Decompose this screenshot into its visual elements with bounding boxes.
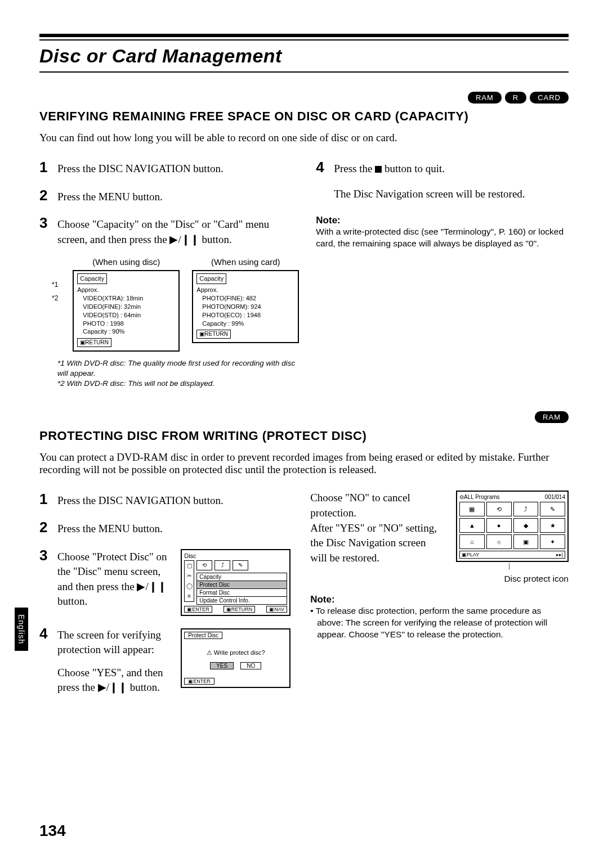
step-number: 4 [316, 159, 328, 176]
step4-pre: Press the [334, 163, 375, 174]
menu-item: Format Disc [196, 589, 287, 597]
section1-intro: You can find out how long you will be ab… [39, 132, 569, 144]
menu-icon: ⤴ [214, 560, 230, 570]
s2-step1: Press the DISC NAVIGATION button. [57, 493, 223, 509]
note2-body: • To release disc protection, perform th… [310, 605, 569, 641]
protect-confirm-diagram: Protect Disc ⚠ Write protect disc? YES N… [181, 628, 290, 688]
thumb-cell: ⟲ [486, 502, 512, 516]
diag-line: PHOTO : 1998 [83, 320, 175, 328]
thumb-bot-left: ▣PLAY [462, 552, 479, 557]
thumb-cell: ● [486, 518, 512, 533]
diag-line: VIDEO(STD) : 64min [83, 311, 175, 320]
menu-icon: ⟲ [196, 560, 212, 570]
step-number: 1 [39, 491, 52, 508]
diag-line: VIDEO(XTRA): 18min [83, 294, 175, 303]
section1-heading: VERIFYING REMAINING FREE SPACE ON DISC O… [39, 109, 569, 124]
media-badge-row-2: RAM [39, 411, 569, 423]
s2-step4a: The screen for verifying protection will… [57, 628, 173, 658]
enter-hint: ▣ENTER [184, 678, 214, 685]
thumb-caption: Disc protect icon [450, 574, 569, 584]
restored-text: The Disc Navigation screen will be resto… [334, 187, 569, 202]
thumb-cell: ◆ [513, 518, 539, 533]
diag-line: PHOTO(ECO) : 1948 [202, 311, 294, 320]
note2-heading: Note: [310, 594, 569, 605]
diag-line: Approx. [77, 286, 175, 294]
menu-item: Capacity [196, 573, 287, 581]
menu-item: Update Control Info. [196, 597, 287, 605]
menu-item-selected: Protect Disc [196, 581, 287, 589]
thumb-cell: ⌂ [459, 534, 485, 549]
thumb-cell: ⤴ [513, 502, 539, 516]
menu-icon: ✎ [233, 560, 248, 570]
menu-side-icons: ▢✂◯≡ [184, 560, 194, 602]
no-option: NO [240, 662, 261, 669]
menu-title: Disc [184, 552, 287, 559]
step4-post: button to quit. [382, 163, 445, 174]
badge-ram: RAM [468, 92, 502, 104]
menu-items: Capacity Protect Disc Format Disc Update… [196, 573, 287, 605]
language-tab: English [15, 608, 28, 651]
media-badge-row: RAM R CARD [39, 92, 569, 104]
footnote-1: *1 With DVD-R disc: The quality mode fir… [57, 358, 299, 379]
thumb-cell: ✦ [540, 534, 565, 549]
step-number: 2 [39, 187, 52, 204]
card-capacity-diagram: Capacity Approx. PHOTO(FINE): 482 PHOTO(… [192, 270, 299, 343]
thumb-cell: ▦ [459, 502, 485, 516]
capacity-diagrams: *1 *2 (When using disc) Capacity Approx.… [52, 257, 299, 351]
footnote-2: *2 With DVD-R disc: This will not be dis… [57, 379, 299, 389]
top-rule [39, 34, 569, 41]
section1-footnotes: *1 With DVD-R disc: The quality mode fir… [57, 358, 299, 389]
thumb-cell: ▣ [513, 534, 539, 549]
thumb-cell: ☼ [486, 534, 512, 549]
thumb-cell: ✎ [540, 502, 565, 516]
menu-hint: ▣ENTER [184, 606, 212, 613]
footnote-markers: *1 *2 [52, 257, 58, 302]
badge-ram: RAM [535, 411, 569, 423]
step-number: 3 [39, 547, 52, 564]
menu-hint: ▣RETURN [223, 606, 256, 613]
section2-heading: PROTECTING DISC FROM WRITING (PROTECT DI… [39, 429, 569, 443]
thumb-cell: ★ [540, 518, 565, 533]
yes-option: YES [210, 662, 234, 669]
s2-step4b: Choose "YES", and then press the ▶/❙❙ bu… [57, 665, 173, 695]
stop-icon [375, 166, 382, 173]
diag-return: ▣RETURN [77, 338, 111, 347]
diag-line: VIDEO(FINE): 32min [83, 303, 175, 311]
marker-2: *2 [52, 294, 58, 302]
thumb-cell: ▲ [459, 518, 485, 533]
section1-columns: 1 Press the DISC NAVIGATION button. 2 Pr… [39, 159, 569, 389]
s2-right-para: Choose "NO" to cancel protection. After … [310, 491, 440, 565]
diag-line: Approx. [196, 286, 294, 294]
note2-text: To release disc protection, perform the … [316, 606, 548, 639]
diag-line: PHOTO(NORM): 924 [202, 303, 294, 311]
step-number: 1 [39, 159, 52, 176]
card-diag-label: (When using card) [192, 257, 299, 267]
title-underline [39, 71, 569, 73]
step-number: 3 [39, 214, 52, 232]
note-heading: Note: [316, 215, 569, 226]
diag-return: ▣RETURN [196, 330, 231, 339]
menu-hint: ▣NAV [266, 606, 287, 613]
protect-title: Protect Disc [184, 632, 222, 639]
diag-title: Capacity [77, 273, 107, 284]
page-title: Disc or Card Management [39, 45, 569, 67]
note-body: With a write-protected disc (see "Termin… [316, 226, 569, 250]
disc-diag-label: (When using disc) [73, 257, 180, 267]
diag-line: Capacity : 99% [202, 320, 294, 328]
marker-1: *1 [52, 281, 58, 289]
page-number: 134 [39, 822, 66, 840]
badge-r: R [505, 92, 526, 104]
protect-question: ⚠ Write protect disc? [184, 649, 287, 656]
step-number: 4 [39, 625, 52, 642]
disc-capacity-diagram: Capacity Approx. VIDEO(XTRA): 18min VIDE… [73, 270, 180, 351]
step2-text: Press the MENU button. [57, 190, 163, 205]
diag-line: PHOTO(FINE): 482 [202, 294, 294, 303]
diag-title: Capacity [196, 273, 226, 284]
disc-nav-thumb-diagram: ⊖ALL Programs 001/014 ▦ ⟲ ⤴ ✎ ▲ ● ◆ ★ [456, 491, 569, 562]
thumb-bot-right: ▸▸| [556, 552, 563, 557]
step4-text: Press the button to quit. [334, 161, 445, 177]
badge-card: CARD [530, 92, 569, 104]
step3-text: Choose "Capacity" on the "Disc" or "Card… [57, 217, 299, 247]
step-number: 2 [39, 519, 52, 536]
thumb-hdr-left: ⊖ALL Programs [459, 494, 500, 500]
